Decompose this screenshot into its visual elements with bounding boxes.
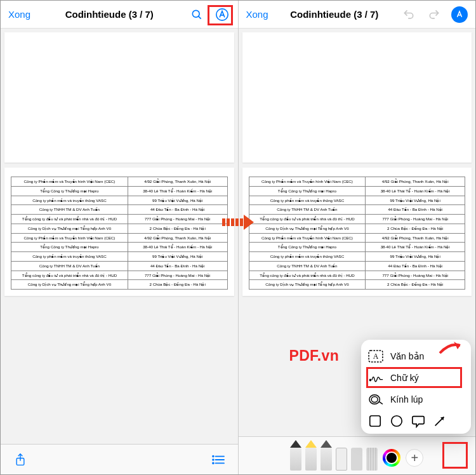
shape-speech-icon[interactable] xyxy=(411,414,425,428)
topbar-left: Xong Codinhtieude (3 / 7) xyxy=(1,1,238,29)
popup-shapes-row xyxy=(368,414,464,428)
add-popup: A Văn bản Chữ ký Kính lúp xyxy=(361,340,471,434)
table-cell: Tổng Công ty Thương mại Hapro xyxy=(249,243,366,252)
arrow-annotation-icon xyxy=(439,338,468,358)
table-cell: 4/92 Giải Phóng, Thanh Xuân, Hà Nội xyxy=(366,233,465,243)
svg-text:A: A xyxy=(373,352,379,361)
table-cell: Công ty TNHH TM & DV Anh Tuấn xyxy=(11,261,128,271)
svg-point-7 xyxy=(213,455,214,457)
bottombar-left xyxy=(1,444,238,474)
table-cell: 2 Chùa Bộc - Đống Đa - Hà Nội xyxy=(366,280,465,290)
table-cell: 4/92 Giải Phóng, Thanh Xuân, Hà Nội xyxy=(128,233,227,243)
document-content-left: Công ty Phần mềm và Truyền hình Việt Nam… xyxy=(1,29,238,444)
table-cell: 99 Triệu Việt Vương, Hà Nội xyxy=(128,196,227,205)
popup-item-signature[interactable]: Chữ ký xyxy=(368,367,464,389)
table-cell: Công ty Phần mềm và Truyền hình Việt Nam… xyxy=(249,177,366,187)
pencil-tool[interactable] xyxy=(321,441,332,471)
done-button[interactable]: Xong xyxy=(8,9,30,20)
page-blank xyxy=(242,32,472,163)
table-cell: 4/92 Giải Phóng, Thanh Xuân, Hà Nội xyxy=(366,177,465,187)
svg-rect-21 xyxy=(235,218,239,226)
watermark: PDF.vn xyxy=(289,347,339,365)
table-cell: 4/92 Giải Phóng, Thanh Xuân, Hà Nội xyxy=(128,177,227,187)
markup-icon-active[interactable] xyxy=(451,6,468,23)
list-icon[interactable] xyxy=(210,452,227,468)
table-cell: Công ty Dịch vụ Thương mại Tổng hợp Anh … xyxy=(11,280,128,290)
table-cell: 777 Giải Phóng - Hoàng Mai - Hà Nội xyxy=(128,271,227,280)
table-cell: Công ty Dịch vụ Thương mại Tổng hợp Anh … xyxy=(11,224,128,233)
undo-icon[interactable] xyxy=(400,6,417,23)
table-cell: 99 Triệu Việt Vương, Hà Nội xyxy=(366,196,465,205)
table-cell: Tổng công ty đầu tư và phát triển nhà và… xyxy=(11,215,128,224)
svg-point-16 xyxy=(392,416,402,427)
table-cell: 99 Triệu Việt Vương, Hà Nội xyxy=(128,252,227,262)
svg-line-1 xyxy=(198,16,201,18)
table-cell: 44 Đào Tấn - Ba Đình - Hà Nội xyxy=(366,261,465,271)
table-cell: 777 Giải Phóng - Hoàng Mai - Hà Nội xyxy=(128,215,227,224)
svg-point-9 xyxy=(213,462,214,464)
markup-toolbar: + xyxy=(239,436,476,474)
transition-arrow-icon xyxy=(222,213,255,231)
table-cell: Công ty Dịch vụ Thương mại Tổng hợp Anh … xyxy=(249,224,366,233)
highlighter-tool[interactable] xyxy=(305,441,317,471)
shape-circle-icon[interactable] xyxy=(390,414,404,428)
table-cell: 44 Đào Tấn - Ba Đình - Hà Nội xyxy=(128,205,227,215)
page-title: Codinhtieude (3 / 7) xyxy=(30,9,188,20)
table-cell: 44 Đào Tấn - Ba Đình - Hà Nội xyxy=(128,261,227,271)
table-cell: 38-40 Lê Thái Tổ - Hoàn Kiếm - Hà Nội xyxy=(366,243,465,252)
popup-label: Văn bản xyxy=(390,351,424,361)
markup-icon[interactable] xyxy=(214,6,230,23)
table-cell: Công ty Phần mềm và Truyền hình Việt Nam… xyxy=(11,177,128,187)
done-button[interactable]: Xong xyxy=(246,9,268,20)
table-cell: Công ty TNHH TM & DV Anh Tuấn xyxy=(11,205,128,215)
table-cell: Công ty TNHH TM & DV Anh Tuấn xyxy=(249,205,366,215)
redo-icon[interactable] xyxy=(426,6,442,23)
svg-rect-18 xyxy=(222,218,225,226)
table-cell: Công ty phần mềm và truyền thông VASC xyxy=(249,196,366,205)
add-button[interactable]: + xyxy=(406,449,423,467)
table-cell: Tổng Công ty Thương mại Hapro xyxy=(11,243,128,252)
popup-label: Chữ ký xyxy=(390,373,419,383)
popup-label: Kính lúp xyxy=(390,394,423,405)
table-cell: 2 Chùa Bộc - Đống Đa - Hà Nội xyxy=(128,280,227,290)
svg-line-14 xyxy=(379,402,382,405)
page-title: Codinhtieude (3 / 7) xyxy=(268,9,400,20)
table-cell: Công ty Phần mềm và Truyền hình Việt Nam… xyxy=(11,233,128,243)
page-blank xyxy=(4,32,234,163)
shape-arrow-icon[interactable] xyxy=(433,414,447,428)
table-cell: Công ty Dịch vụ Thương mại Tổng hợp Anh … xyxy=(249,280,366,290)
svg-rect-20 xyxy=(231,218,234,226)
ruler-tool[interactable] xyxy=(366,441,378,471)
pen-tool[interactable] xyxy=(290,441,301,471)
table-cell: Công ty TNHH TM & DV Anh Tuấn xyxy=(249,261,366,271)
svg-rect-19 xyxy=(227,218,230,226)
table-cell: Công ty phần mềm và truyền thông VASC xyxy=(249,252,366,262)
table-cell: 38-40 Lê Thái Tổ - Hoàn Kiếm - Hà Nội xyxy=(128,243,227,252)
table-cell: Công ty phần mềm và truyền thông VASC xyxy=(11,196,128,205)
table-cell: 777 Giải Phóng - Hoàng Mai - Hà Nội xyxy=(366,271,465,280)
svg-point-8 xyxy=(213,459,214,460)
table-cell: 38-40 Lê Thái Tổ - Hoàn Kiếm - Hà Nội xyxy=(366,186,465,196)
table-cell: Tổng Công ty Thương mại Hapro xyxy=(11,186,128,196)
share-icon[interactable] xyxy=(12,452,29,468)
panel-left: Xong Codinhtieude (3 / 7) Công ty Phần m… xyxy=(1,1,239,474)
popup-item-magnifier[interactable]: Kính lúp xyxy=(368,389,464,410)
table-cell: Tổng công ty đầu tư và phát triển nhà và… xyxy=(249,215,366,224)
table-cell: Tổng Công ty Thương mại Hapro xyxy=(249,186,366,196)
table-cell: 99 Triệu Việt Vương, Hà Nội xyxy=(366,252,465,262)
table-cell: 38-40 Lê Thái Tổ - Hoàn Kiếm - Hà Nội xyxy=(128,186,227,196)
table-cell: Công ty phần mềm và truyền thông VASC xyxy=(11,252,128,262)
shape-square-icon[interactable] xyxy=(368,414,382,428)
color-picker[interactable] xyxy=(383,449,400,467)
page-table: Công ty Phần mềm và Truyền hình Việt Nam… xyxy=(4,168,234,296)
svg-point-13 xyxy=(371,396,378,402)
table-cell: Công ty Phần mềm và Truyền hình Việt Nam… xyxy=(249,233,366,243)
eraser-tool[interactable] xyxy=(336,441,347,471)
table-cell: 2 Chùa Bộc - Đống Đa - Hà Nội xyxy=(128,224,227,233)
search-icon[interactable] xyxy=(188,6,205,23)
svg-point-0 xyxy=(192,10,199,17)
page-table: Công ty Phần mềm và Truyền hình Việt Nam… xyxy=(242,168,472,296)
svg-rect-22 xyxy=(240,218,243,226)
table-cell: 44 Đào Tấn - Ba Đình - Hà Nội xyxy=(366,205,465,215)
lasso-tool[interactable] xyxy=(351,441,362,471)
